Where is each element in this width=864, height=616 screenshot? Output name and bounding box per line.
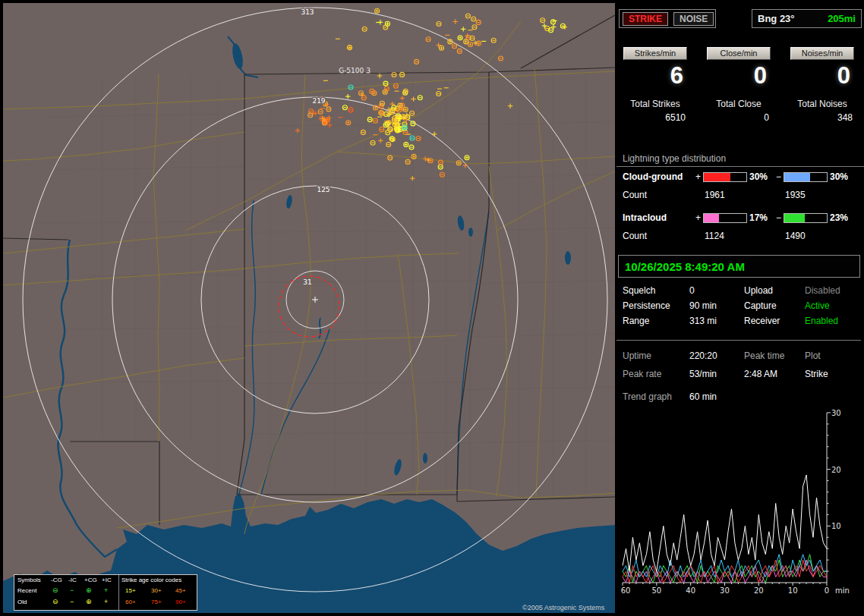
legend-row-old: Old: [17, 599, 27, 605]
range-value: 313 mi: [689, 316, 717, 326]
age-60: 60+: [125, 599, 136, 605]
intracloud-row: Intracloud + 17% − 23%: [616, 212, 864, 223]
ic-neg-percent: 23%: [830, 212, 848, 223]
persistence-label: Persistence: [623, 300, 670, 311]
svg-text:10: 10: [831, 522, 841, 530]
map-container: 313 219 125 31 G-5100 3: [3, 3, 615, 613]
circle-plus-icon: ⊕: [86, 599, 92, 605]
ring-label-313: 313: [301, 8, 314, 16]
legend-col-+ic: +IC: [102, 577, 112, 583]
ring-label-125: 125: [317, 186, 330, 193]
datetime-display: 10/26/2025 8:49:20 AM: [618, 255, 860, 278]
uptime-label: Uptime: [623, 350, 651, 361]
ic-pos-percent: 17%: [749, 212, 768, 223]
legend-row-recent: Recent: [17, 588, 36, 594]
trend-graph-window: 60 min: [689, 391, 717, 402]
strike-map[interactable]: 313 219 125 31 G-5100 3: [3, 3, 615, 613]
cloud-ground-label: Cloud-ground: [623, 171, 683, 182]
count-label: Count: [623, 190, 647, 200]
peak-time-label: Peak time: [744, 350, 784, 361]
peak-time-value: 2:48 AM: [744, 369, 777, 379]
uptime-value: 220:20: [689, 350, 717, 361]
trend-graph-row: Trend graph 60 min: [616, 391, 864, 405]
minus-icon: −: [70, 587, 74, 593]
total-strikes-label: Total Strikes: [623, 99, 687, 109]
strikes-per-min-value: 6: [623, 62, 687, 90]
uptime-row: Uptime 220:20 Peak time Plot: [616, 350, 864, 364]
close-per-min-button[interactable]: Close/min: [707, 47, 771, 60]
cg-neg-gauge: [784, 172, 828, 182]
settings-row: Range 313 mi Receiver Enabled: [616, 316, 864, 329]
trend-graph: 1020306050403020100min: [616, 407, 864, 616]
age-15: 15+: [125, 588, 136, 594]
circle-minus-icon: ⊖: [52, 587, 58, 593]
age-30: 30+: [151, 588, 162, 594]
total-strikes-value: 6510: [623, 112, 687, 123]
receiver-status: Enabled: [805, 316, 838, 326]
cg-pos-percent: 30%: [749, 171, 768, 182]
squelch-value: 0: [689, 285, 695, 296]
minus-sign: −: [776, 171, 781, 182]
noise-mode-button[interactable]: NOISE: [673, 12, 714, 26]
separator: [616, 340, 861, 341]
squelch-label: Squelch: [623, 285, 655, 296]
cg-neg-percent: 30%: [830, 171, 848, 182]
plus-icon: +: [104, 599, 108, 605]
plus-icon: +: [104, 587, 108, 593]
plus-sign: +: [695, 171, 701, 182]
strike-mode-button[interactable]: STRIKE: [623, 12, 668, 26]
circle-minus-icon: ⊖: [52, 599, 58, 605]
minus-sign: −: [776, 212, 781, 223]
cloud-ground-count-row: Count 1961 1935: [616, 190, 864, 200]
total-close-value: 0: [707, 112, 771, 123]
upload-label: Upload: [744, 285, 773, 296]
intracloud-count-row: Count 1124 1490: [616, 231, 864, 241]
ic-neg-count: 1490: [785, 231, 806, 241]
svg-text:40: 40: [686, 586, 695, 595]
strikes-per-min-button[interactable]: Strikes/min: [623, 47, 687, 60]
trend-graph-label: Trend graph: [623, 391, 672, 402]
svg-text:50: 50: [651, 586, 661, 595]
age-45: 45+: [175, 588, 186, 594]
svg-text:30: 30: [720, 586, 730, 595]
legend-col-+cg: +CG: [84, 577, 97, 583]
legend-age-header: Strike age color codes: [121, 577, 181, 583]
settings-row: Persistence 90 min Capture Active: [616, 300, 864, 314]
legend-divider: [118, 575, 119, 610]
total-close-label: Total Close: [707, 99, 771, 109]
cloud-ground-row: Cloud-ground + 30% − 30%: [616, 171, 864, 182]
cg-pos-count: 1961: [705, 190, 725, 200]
receiver-label: Receiver: [744, 316, 780, 326]
plot-label: Plot: [805, 350, 821, 361]
legend-col--cg: -CG: [51, 577, 62, 583]
plus-sign: +: [695, 212, 701, 223]
ring-label-219: 219: [312, 97, 325, 105]
lightning-tracker-app: { "window": { "copyright": "©2005 Astrog…: [0, 0, 864, 616]
upload-status: Disabled: [805, 285, 840, 296]
noises-per-min-value: 0: [790, 62, 854, 90]
total-noises-value: 348: [790, 112, 854, 123]
svg-text:30: 30: [831, 409, 841, 417]
svg-text:60: 60: [621, 586, 631, 595]
count-label: Count: [623, 231, 647, 241]
minus-icon: −: [70, 599, 74, 605]
legend-col--ic: -IC: [68, 577, 77, 583]
ic-neg-gauge: [784, 213, 828, 223]
cg-pos-gauge: [703, 172, 747, 182]
capture-label: Capture: [744, 300, 777, 311]
range-label: Range: [623, 316, 649, 326]
station-label: G-5100 3: [339, 67, 371, 74]
age-75: 75+: [151, 599, 162, 605]
persistence-value: 90 min: [689, 300, 717, 311]
capture-status: Active: [805, 300, 830, 311]
age-90: 90+: [175, 599, 186, 605]
noises-per-min-button[interactable]: Noises/min: [790, 47, 854, 60]
bearing-box: Bng 23° 205mi: [752, 9, 862, 28]
ic-pos-gauge: [703, 213, 747, 223]
symbol-legend: Symbols -CG -IC +CG +IC Strike age color…: [14, 574, 197, 611]
svg-text:min: min: [835, 586, 850, 595]
circle-plus-icon: ⊕: [86, 587, 92, 593]
status-panel: STRIKE NOISE Bng 23° 205mi Strikes/min C…: [616, 0, 864, 616]
distribution-heading: Lightning type distribution: [616, 153, 864, 167]
bearing-value: Bng 23°: [758, 13, 795, 24]
